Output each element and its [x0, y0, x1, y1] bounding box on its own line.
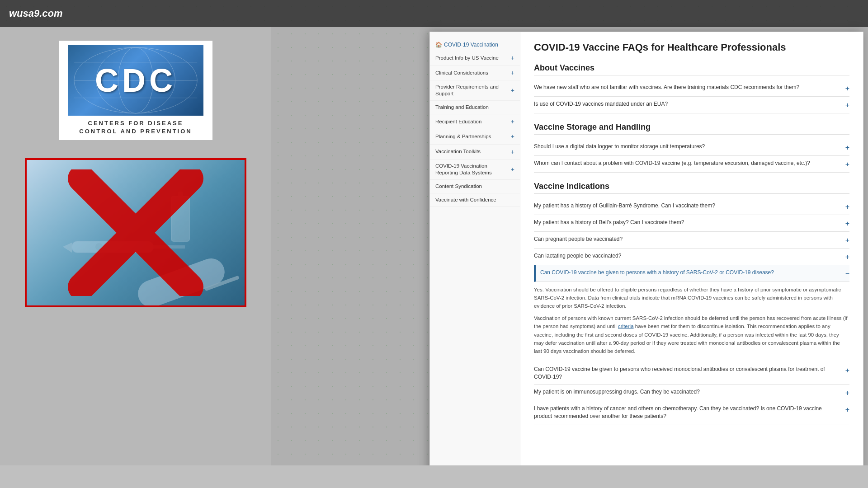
faq-item-immunosuppressing[interactable]: My patient is on immunosuppressing drugs… — [534, 385, 849, 401]
faq-item-monoclonal[interactable]: Can COVID-19 vaccine be given to persons… — [534, 362, 849, 385]
expand-icon-2: + — [511, 86, 514, 94]
faq-toggle-11[interactable]: + — [845, 406, 849, 414]
faq-toggle-6[interactable]: + — [845, 236, 849, 244]
faq-toggle-10[interactable]: + — [845, 389, 849, 397]
faq-item-eua-mandate[interactable]: Is use of COVID-19 vaccines mandated und… — [534, 97, 849, 113]
criteria-link[interactable]: criteria — [618, 324, 634, 329]
expand-icon-4: + — [511, 117, 514, 126]
sidebar-item-provider[interactable]: Provider Requirements and Support + — [430, 80, 520, 101]
sidebar-item-syndication[interactable]: Content Syndication — [430, 180, 520, 193]
cdc-subtitle: CENTERS FOR DISEASE CONTROL AND PREVENTI… — [79, 119, 192, 136]
expand-icon-7: + — [511, 165, 514, 174]
faq-answer-para2: Vaccination of persons with known curren… — [534, 314, 849, 356]
faq-toggle-7[interactable]: + — [845, 253, 849, 261]
faq-item-bells-palsy[interactable]: My patient has a history of Bell's palsy… — [534, 215, 849, 232]
faq-item-sars-history[interactable]: Can COVID-19 vaccine be given to persons… — [534, 265, 849, 282]
section-title-about: About Vaccines — [534, 63, 849, 75]
faq-toggle-1[interactable]: + — [845, 101, 849, 109]
expand-icon-6: + — [511, 148, 514, 156]
faq-item-data-logger[interactable]: Should I use a digital data logger to mo… — [534, 139, 849, 156]
expand-icon-1: + — [511, 69, 514, 77]
sidebar-item-recipient[interactable]: Recipient Education + — [430, 114, 520, 129]
faq-item-cancer-history[interactable]: I have patients with a history of cancer… — [534, 401, 849, 424]
red-x-overlay — [27, 160, 245, 305]
section-title-storage: Vaccine Storage and Handling — [534, 122, 849, 135]
faq-item-guillain[interactable]: My patient has a history of Guillain-Bar… — [534, 198, 849, 215]
sidebar-item-product-info[interactable]: Product Info by US Vaccine + — [430, 51, 520, 66]
page-title: COVID-19 Vaccine FAQs for Healthcare Pro… — [534, 41, 849, 54]
sidebar-item-toolkits[interactable]: Vaccination Toolkits + — [430, 145, 520, 160]
expand-icon-0: + — [511, 54, 514, 62]
faq-item-lactating[interactable]: Can lactating people be vaccinated? + — [534, 249, 849, 265]
faq-toggle-4[interactable]: + — [845, 203, 849, 211]
sidebar-item-training[interactable]: Training and Education — [430, 101, 520, 114]
sidebar-item-vaccinate[interactable]: Vaccinate with Confidence — [430, 193, 520, 207]
sidebar-item-clinical[interactable]: Clinical Considerations + — [430, 66, 520, 80]
top-bar: wusa9.com — [0, 0, 868, 27]
faq-item-pregnant[interactable]: Can pregnant people be vaccinated? + — [534, 232, 849, 249]
bottom-bar — [0, 465, 868, 488]
faq-item-contact-problem[interactable]: Whom can I contact about a problem with … — [534, 156, 849, 173]
section-title-indications: Vaccine Indications — [534, 182, 849, 194]
cdc-acronym: CDC — [95, 62, 176, 99]
faq-item-training-materials[interactable]: We have new staff who are not familiar w… — [534, 80, 849, 97]
sidebar-item-home[interactable]: 🏠 COVID-19 Vaccination — [430, 39, 520, 51]
left-panel: CDC CENTERS FOR DISEASE CONTROL AND PREV… — [0, 27, 271, 488]
vaccine-image-container — [25, 158, 246, 307]
faq-toggle-0[interactable]: + — [845, 84, 849, 93]
faq-toggle-3[interactable]: + — [845, 160, 849, 169]
faq-toggle-8[interactable]: − — [845, 270, 849, 278]
sidebar-item-planning[interactable]: Planning & Partnerships + — [430, 129, 520, 144]
sidebar-navigation: 🏠 COVID-19 Vaccination Product Info by U… — [430, 32, 520, 479]
cdc-logo-container: CDC CENTERS FOR DISEASE CONTROL AND PREV… — [59, 41, 212, 140]
sidebar-item-reporting[interactable]: COVID-19 Vaccination Reporting Data Syst… — [430, 160, 520, 180]
cdc-website-panel: 🏠 COVID-19 Vaccination Product Info by U… — [429, 32, 863, 479]
faq-answer-sars-history: Yes. Vaccination should be offered to el… — [534, 282, 849, 362]
home-icon: 🏠 — [435, 42, 442, 48]
faq-toggle-5[interactable]: + — [845, 220, 849, 228]
expand-icon-5: + — [511, 132, 514, 141]
cdc-logo-graphic: CDC — [68, 45, 203, 116]
wusa-logo: wusa9.com — [9, 8, 63, 19]
faq-toggle-2[interactable]: + — [845, 144, 849, 152]
faq-toggle-9[interactable]: + — [845, 366, 849, 375]
main-content-area: COVID-19 Vaccine FAQs for Healthcare Pro… — [520, 32, 863, 479]
